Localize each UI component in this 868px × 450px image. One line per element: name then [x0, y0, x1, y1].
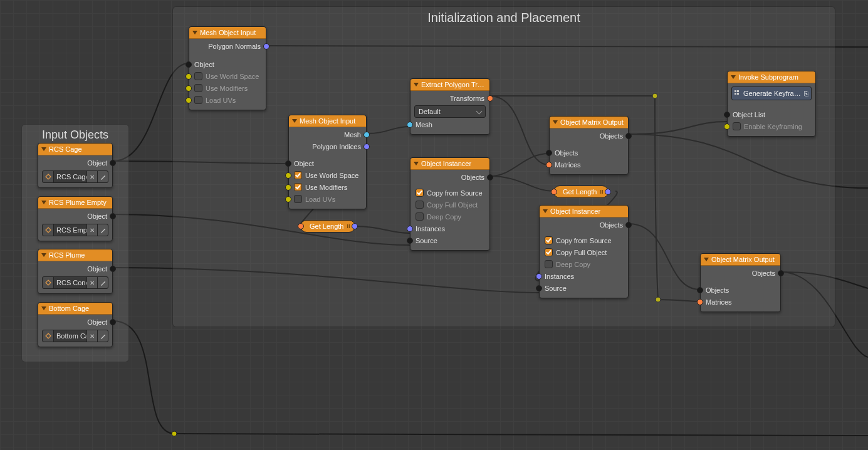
- checkbox[interactable]: [733, 122, 741, 130]
- checkbox[interactable]: [194, 84, 202, 92]
- checkbox[interactable]: [294, 183, 302, 191]
- node-header[interactable]: Mesh Object Input: [289, 115, 366, 127]
- object-field[interactable]: RCS Empty ✕: [42, 224, 108, 236]
- node-header[interactable]: Object Matrix Output: [701, 254, 780, 266]
- prop-load-uvs[interactable]: Load UVs: [289, 193, 366, 205]
- checkbox[interactable]: [294, 171, 302, 179]
- socket-in[interactable]: [724, 112, 730, 118]
- node-header[interactable]: Extract Polygon Tr…: [410, 79, 489, 91]
- socket-in[interactable]: [298, 223, 304, 229]
- socket-in[interactable]: [536, 273, 542, 280]
- checkbox[interactable]: [416, 212, 424, 221]
- node-header[interactable]: RCS Plume Empty: [38, 197, 112, 209]
- node-object-instancer-1[interactable]: Object Instancer Objects Copy from Sourc…: [410, 157, 490, 251]
- collapse-icon[interactable]: [192, 31, 197, 34]
- object-field[interactable]: Bottom Ca ✕: [42, 330, 108, 342]
- socket-out[interactable]: [625, 222, 632, 228]
- collapse-icon[interactable]: [41, 147, 46, 151]
- node-object-matrix-output-1[interactable]: Object Matrix Output Objects Objects Mat…: [549, 116, 629, 175]
- socket-in[interactable]: [546, 162, 552, 168]
- socket-out[interactable]: [487, 95, 493, 102]
- collapse-icon[interactable]: [292, 119, 297, 123]
- socket-out[interactable]: [778, 270, 784, 276]
- socket-out-object[interactable]: [110, 160, 116, 166]
- node-mesh-input-2[interactable]: Mesh Object Input Mesh Polygon Indices O…: [288, 115, 367, 209]
- node-get-length-1[interactable]: Get Length II: [300, 220, 355, 233]
- prop-use-modifiers[interactable]: Use Modifiers: [189, 82, 266, 94]
- checkbox[interactable]: [294, 195, 302, 203]
- node-header[interactable]: Bottom Cage: [38, 303, 112, 315]
- socket-in[interactable]: [186, 85, 192, 92]
- checkbox[interactable]: [194, 72, 202, 80]
- prop-load-uvs[interactable]: Load UVs: [189, 94, 266, 106]
- clear-button[interactable]: ✕: [86, 224, 97, 236]
- eyedropper-button[interactable]: [97, 224, 108, 236]
- node-header[interactable]: Object Instancer: [540, 206, 628, 217]
- prop-copy-from-source[interactable]: Copy from Source: [410, 187, 489, 199]
- node-rcs-plume[interactable]: RCS Plume Object RCS Cone ✕: [38, 249, 113, 294]
- prop-deep-copy[interactable]: Deep Copy: [410, 211, 489, 222]
- node-header[interactable]: Object Matrix Output: [550, 117, 628, 128]
- socket-out[interactable]: [263, 43, 269, 50]
- socket-in[interactable]: [546, 150, 552, 156]
- collapse-icon[interactable]: [543, 209, 548, 213]
- clear-button[interactable]: ✕: [86, 277, 97, 288]
- collapse-icon[interactable]: [414, 83, 419, 86]
- node-mesh-input-1[interactable]: Mesh Object Input Polygon Normals Object…: [189, 26, 266, 110]
- socket-in[interactable]: [186, 97, 192, 103]
- select-mode[interactable]: Default: [414, 105, 486, 118]
- socket-in-object[interactable]: [186, 61, 192, 68]
- collapse-icon[interactable]: [41, 201, 46, 204]
- socket-out[interactable]: [625, 133, 632, 139]
- node-header[interactable]: RCS Plume: [38, 249, 112, 261]
- socket-in[interactable]: [536, 285, 542, 291]
- prop-copy-full-object[interactable]: Copy Full Object: [410, 199, 489, 211]
- prop-enable-keyframing[interactable]: Enable Keyframing: [728, 120, 815, 132]
- prop-use-world-space[interactable]: Use World Space: [189, 70, 266, 82]
- node-header[interactable]: Invoke Subprogram: [728, 71, 815, 83]
- object-field[interactable]: RCS Cage ✕: [42, 170, 108, 183]
- collapse-icon[interactable]: [704, 258, 709, 261]
- pin-icon[interactable]: ⎘: [804, 90, 808, 97]
- node-bottom-cage[interactable]: Bottom Cage Object Bottom Ca ✕: [38, 302, 113, 347]
- checkbox[interactable]: [545, 236, 553, 244]
- collapse-icon[interactable]: [553, 120, 558, 124]
- node-rcs-plume-empty[interactable]: RCS Plume Empty Object RCS Empty ✕: [38, 196, 113, 241]
- checkbox[interactable]: [416, 201, 424, 209]
- object-field[interactable]: RCS Cone ✕: [42, 276, 108, 289]
- socket-out-object[interactable]: [110, 266, 116, 272]
- socket-in[interactable]: [186, 73, 192, 80]
- checkbox[interactable]: [416, 189, 424, 197]
- socket-in[interactable]: [407, 238, 413, 244]
- prop-copy-from-source[interactable]: Copy from Source: [540, 234, 628, 246]
- collapse-icon[interactable]: [41, 306, 46, 310]
- socket-in[interactable]: [697, 287, 703, 293]
- socket-out[interactable]: [352, 223, 358, 229]
- collapse-icon[interactable]: [414, 162, 419, 165]
- socket-in[interactable]: [285, 172, 291, 179]
- node-header[interactable]: Object Instancer: [410, 158, 489, 170]
- node-extract-polygon-transforms[interactable]: Extract Polygon Tr… Transforms Default M…: [410, 78, 490, 135]
- socket-out[interactable]: [363, 144, 370, 150]
- clear-button[interactable]: ✕: [86, 171, 97, 182]
- checkbox[interactable]: [545, 248, 553, 256]
- prop-deep-copy[interactable]: Deep Copy: [540, 258, 628, 270]
- prop-use-modifiers[interactable]: Use Modifiers: [289, 181, 366, 193]
- prop-use-world-space[interactable]: Use World Space: [289, 169, 366, 181]
- checkbox[interactable]: [194, 96, 202, 104]
- subprogram-selector[interactable]: Generate Keyfra… ⎘: [731, 86, 812, 100]
- socket-in[interactable]: [285, 196, 291, 202]
- socket-in-object[interactable]: [285, 160, 291, 167]
- socket-in[interactable]: [407, 122, 413, 128]
- socket-out[interactable]: [605, 189, 611, 195]
- socket-in[interactable]: [724, 123, 730, 130]
- node-invoke-subprogram[interactable]: Invoke Subprogram Generate Keyfra… ⎘ Obj…: [727, 71, 816, 137]
- node-get-length-2[interactable]: Get Length II: [553, 186, 609, 198]
- socket-out[interactable]: [363, 132, 370, 138]
- node-header[interactable]: Mesh Object Input: [189, 27, 266, 39]
- node-object-matrix-output-2[interactable]: Object Matrix Output Objects Objects Mat…: [700, 253, 781, 312]
- clear-button[interactable]: ✕: [86, 330, 97, 342]
- collapse-icon[interactable]: [41, 253, 46, 257]
- prop-copy-full-object[interactable]: Copy Full Object: [540, 246, 628, 258]
- node-header[interactable]: RCS Cage: [38, 144, 112, 155]
